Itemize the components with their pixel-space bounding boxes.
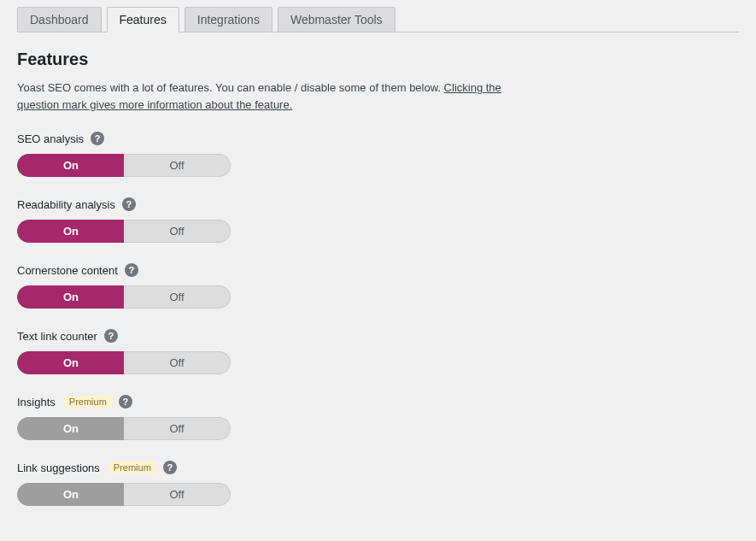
feature-text-link-counter: Text link counter ? On Off (17, 329, 739, 374)
feature-label: Insights (17, 396, 56, 409)
toggle-on: On (17, 483, 124, 506)
tabs-nav: Dashboard Features Integrations Webmaste… (17, 0, 739, 32)
toggle-group: On Off (17, 351, 231, 374)
feature-label: Readability analysis (17, 198, 115, 211)
section-title: Features (17, 50, 739, 69)
toggle-off[interactable]: Off (124, 220, 231, 243)
help-icon[interactable]: ? (125, 263, 138, 277)
feature-label: SEO analysis (17, 132, 84, 145)
premium-badge: Premium (108, 462, 156, 473)
help-icon[interactable]: ? (163, 461, 177, 474)
tab-webmaster-tools[interactable]: Webmaster Tools (278, 7, 396, 32)
tab-dashboard[interactable]: Dashboard (17, 7, 102, 32)
feature-seo-analysis: SEO analysis ? On Off (17, 132, 739, 177)
toggle-on[interactable]: On (17, 351, 124, 374)
premium-badge: Premium (64, 396, 112, 408)
toggle-on[interactable]: On (17, 285, 124, 309)
section-description: Yoast SEO comes with a lot of features. … (17, 79, 530, 113)
feature-label: Link suggestions (17, 462, 100, 474)
toggle-group: On Off (17, 154, 231, 177)
feature-cornerstone-content: Cornerstone content ? On Off (17, 263, 739, 309)
feature-insights: Insights Premium ? On Off (17, 395, 739, 440)
toggle-off[interactable]: Off (124, 285, 231, 309)
feature-link-suggestions: Link suggestions Premium ? On Off (17, 461, 739, 506)
help-icon[interactable]: ? (104, 329, 118, 343)
toggle-group: On Off (17, 285, 231, 309)
help-icon[interactable]: ? (119, 395, 132, 409)
help-icon[interactable]: ? (91, 132, 104, 145)
help-icon[interactable]: ? (122, 197, 136, 211)
toggle-off: Off (124, 417, 231, 440)
toggle-group: On Off (17, 220, 231, 243)
toggle-group: On Off (17, 417, 231, 440)
tab-features[interactable]: Features (107, 7, 179, 32)
feature-readability-analysis: Readability analysis ? On Off (17, 197, 739, 243)
tab-integrations[interactable]: Integrations (185, 7, 273, 32)
toggle-on[interactable]: On (17, 154, 124, 177)
toggle-off[interactable]: Off (124, 351, 231, 374)
toggle-group: On Off (17, 483, 231, 506)
toggle-off: Off (124, 483, 231, 506)
toggle-on[interactable]: On (17, 220, 124, 243)
section-desc-text: Yoast SEO comes with a lot of features. … (17, 81, 444, 94)
feature-label: Cornerstone content (17, 264, 118, 277)
toggle-off[interactable]: Off (124, 154, 231, 177)
toggle-on: On (17, 417, 124, 440)
feature-label: Text link counter (17, 330, 97, 343)
